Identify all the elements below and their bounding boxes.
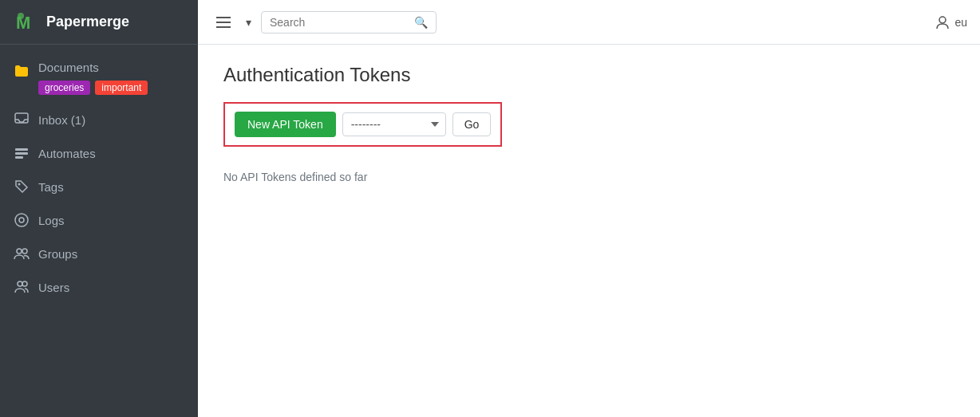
pagination-select[interactable]: -------- — [342, 112, 446, 136]
logs-label: Logs — [38, 214, 65, 227]
users-icon — [13, 278, 30, 296]
action-row: New API Token -------- Go — [223, 102, 502, 147]
logs-icon — [13, 211, 30, 229]
sidebar-item-inbox[interactable]: Inbox (1) — [0, 103, 198, 136]
new-api-token-button[interactable]: New API Token — [235, 112, 336, 137]
svg-point-13 — [22, 281, 27, 286]
sidebar-item-automates[interactable]: Automates — [0, 136, 198, 170]
user-menu[interactable]: eu — [935, 15, 967, 30]
go-button[interactable]: Go — [452, 112, 492, 136]
app-logo-icon: M — [13, 10, 38, 35]
svg-point-7 — [18, 183, 21, 186]
svg-point-2 — [18, 13, 24, 19]
svg-point-8 — [15, 214, 28, 226]
tag-important[interactable]: important — [95, 81, 148, 95]
app-name: Papermerge — [46, 14, 129, 30]
sidebar-item-tags[interactable]: Tags — [0, 170, 198, 203]
sidebar-item-logs[interactable]: Logs — [0, 203, 198, 237]
sidebar: M Papermerge Documents groceries importa… — [0, 0, 198, 417]
svg-rect-3 — [15, 113, 28, 123]
search-container: 🔍 — [261, 11, 437, 33]
svg-point-12 — [18, 281, 22, 286]
folder-icon — [13, 62, 30, 80]
user-label: eu — [954, 16, 967, 29]
svg-rect-4 — [15, 148, 28, 151]
svg-point-10 — [17, 249, 22, 254]
sidebar-item-users[interactable]: Users — [0, 270, 198, 304]
app-logo[interactable]: M Papermerge — [0, 0, 198, 45]
page-title: Authentication Tokens — [223, 64, 954, 86]
tags-label: Tags — [38, 180, 64, 194]
automates-label: Automates — [38, 147, 96, 160]
sidebar-item-groups[interactable]: Groups — [0, 237, 198, 270]
hamburger-button[interactable] — [211, 10, 236, 35]
svg-point-14 — [939, 17, 946, 23]
svg-point-11 — [22, 249, 27, 254]
tags-row: groceries important — [38, 81, 148, 95]
search-input[interactable] — [270, 16, 409, 29]
tag-groceries[interactable]: groceries — [38, 81, 90, 95]
groups-label: Groups — [38, 247, 77, 261]
no-tokens-message: No API Tokens defined so far — [223, 171, 954, 183]
user-icon — [935, 15, 950, 30]
svg-rect-5 — [15, 152, 28, 155]
documents-label: Documents — [38, 61, 148, 74]
sidebar-item-documents[interactable]: Documents groceries important — [0, 53, 198, 103]
inbox-label: Inbox (1) — [38, 113, 85, 127]
main-area: ▾ 🔍 eu Authentication Tokens New API Tok… — [198, 0, 980, 417]
sidebar-nav: Documents groceries important Inbox (1) — [0, 45, 198, 417]
search-dropdown-arrow[interactable]: ▾ — [243, 13, 255, 32]
hamburger-line-2 — [216, 22, 231, 23]
automates-icon — [13, 144, 30, 162]
hamburger-line-1 — [216, 17, 231, 18]
search-icon: 🔍 — [414, 16, 428, 29]
content-area: Authentication Tokens New API Token ----… — [198, 45, 980, 417]
users-label: Users — [38, 281, 69, 294]
svg-rect-6 — [15, 156, 23, 159]
inbox-icon — [13, 111, 30, 128]
topbar: ▾ 🔍 eu — [198, 0, 980, 45]
tag-icon — [13, 178, 30, 195]
groups-icon — [13, 245, 30, 262]
hamburger-line-3 — [216, 26, 231, 28]
svg-point-9 — [19, 218, 24, 222]
